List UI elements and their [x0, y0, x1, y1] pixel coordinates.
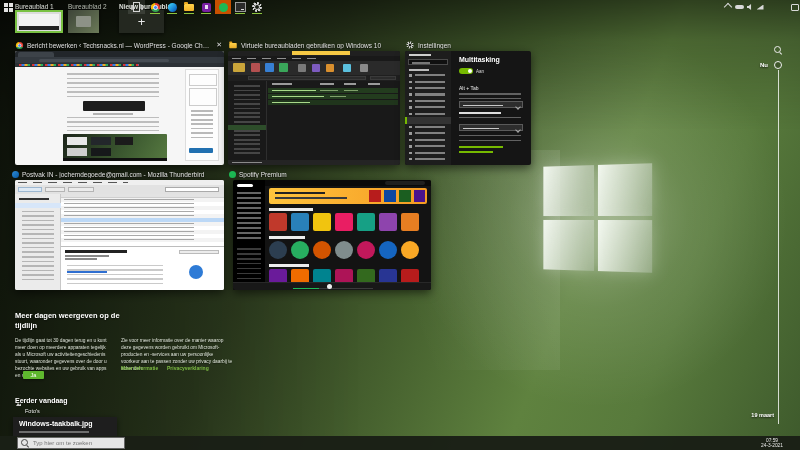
tray-expand-button[interactable]	[722, 0, 734, 14]
settings-dropdown[interactable]	[459, 101, 523, 108]
toggle-knob	[468, 69, 472, 73]
explorer-status-bar	[228, 160, 400, 165]
start-button[interactable]	[0, 0, 17, 14]
activity-card[interactable]: Windows-taakbalk.jpg	[13, 417, 117, 437]
album-tile[interactable]	[357, 213, 375, 231]
task-view-button[interactable]	[128, 0, 145, 14]
file-meta-bar	[330, 96, 346, 98]
album-tile[interactable]	[401, 241, 419, 259]
taskbar-spotify-button-flashing[interactable]	[215, 0, 231, 14]
notification-icon	[791, 4, 799, 11]
settings-window-title: Instellingen	[418, 42, 531, 49]
file-name-bar	[272, 90, 316, 92]
album-tile[interactable]	[269, 213, 287, 231]
ribbon-tabs-skeleton	[232, 58, 322, 60]
message-preview-pane	[61, 246, 224, 290]
album-tile[interactable]	[401, 213, 419, 231]
ribbon-icon	[298, 64, 306, 72]
album-tile[interactable]	[291, 213, 309, 231]
toggle-state-label: Aan	[476, 69, 484, 74]
cloud-icon	[735, 5, 744, 10]
sidebar-playlists-skeleton	[237, 248, 261, 282]
timeline-now-marker[interactable]	[774, 61, 782, 69]
action-center-button[interactable]	[789, 0, 800, 14]
photos-app-label: Foto's	[25, 408, 40, 414]
more-info-link[interactable]: Meer informatie	[121, 365, 158, 371]
thunderbird-icon	[12, 171, 19, 178]
message-meta-bar	[65, 258, 97, 260]
settings-window-thumbnail[interactable]: Multitasking Aan Alt + Tab	[405, 51, 531, 165]
spotify-window-thumbnail[interactable]	[233, 180, 431, 290]
album-tile[interactable]	[335, 213, 353, 231]
taskbar-clock[interactable]: 07:59 24-3-2021	[755, 438, 789, 450]
tray-network-button[interactable]	[755, 0, 765, 14]
desktop1-thumbnail[interactable]	[15, 10, 63, 33]
settings-window-titlebar[interactable]: Instellingen	[405, 40, 531, 50]
tray-volume-button[interactable]	[745, 0, 755, 14]
album-tile[interactable]	[269, 241, 287, 259]
taskbar-explorer-button[interactable]	[181, 0, 197, 14]
explorer-window-titlebar[interactable]: Virtuele bureaubladen gebruiken op Windo…	[228, 40, 400, 50]
task-view-screen: Bureaublad 1 Bureaublad 2 Nieuw bureaubl…	[0, 0, 800, 450]
explorer-window-thumbnail[interactable]	[228, 51, 400, 165]
taskbar-settings-button[interactable]	[249, 0, 265, 14]
album-tile[interactable]	[357, 241, 375, 259]
chrome-window-titlebar[interactable]: Bericht bewerken ‹ Techsnacks.nl — WordP…	[15, 40, 224, 50]
chrome-close-button[interactable]: ✕	[214, 41, 224, 49]
search-icon	[21, 439, 30, 448]
spotify-logo-bar	[237, 184, 253, 187]
embedded-thumb	[91, 148, 111, 156]
album-tile[interactable]	[379, 241, 397, 259]
message-subject-bar	[65, 250, 127, 253]
file-explorer-icon	[184, 4, 194, 11]
list-column-header	[344, 83, 356, 85]
section-title-bar	[269, 236, 305, 239]
album-tile[interactable]	[313, 213, 331, 231]
taskbar-terminal-button[interactable]	[232, 0, 248, 14]
thunderbird-window-titlebar[interactable]: Postvak IN - jochemdegoede@gmail.com - M…	[12, 169, 224, 179]
taskbar-search[interactable]	[17, 437, 125, 449]
toolbar-button	[18, 187, 42, 193]
embedded-thumb	[115, 137, 133, 145]
publish-button	[189, 148, 213, 153]
clock-date: 24-3-2021	[755, 443, 789, 449]
chrome-window-thumbnail[interactable]	[15, 51, 224, 165]
settings-toggle[interactable]	[459, 68, 473, 74]
taskbar-purple-app-button[interactable]	[198, 0, 214, 14]
taskbar-edge-button[interactable]	[164, 0, 180, 14]
album-tile[interactable]	[379, 213, 397, 231]
dropdown-value-bar	[463, 105, 503, 107]
settings-dropdown[interactable]	[459, 124, 523, 131]
toolbar-search-box	[165, 187, 219, 192]
chrome-window-title: Bericht bewerken ‹ Techsnacks.nl — WordP…	[27, 42, 211, 49]
explorer-tree-selected-row	[228, 125, 266, 130]
album-tile[interactable]	[313, 241, 331, 259]
search-input[interactable]	[33, 440, 121, 446]
sidebar-panel	[189, 88, 217, 106]
plus-icon: +	[138, 14, 146, 29]
timeline-scrubber-line[interactable]	[778, 70, 779, 424]
settings-active-item	[405, 117, 451, 124]
earlier-today-heading: Eerder vandaag	[15, 397, 68, 404]
spotify-icon	[219, 3, 228, 12]
tray-onedrive-button[interactable]	[734, 0, 745, 14]
thunderbird-window-thumbnail[interactable]	[15, 180, 224, 290]
spotify-window-titlebar[interactable]: Spotify Premium	[229, 169, 429, 179]
desktop2-thumbnail[interactable]	[68, 10, 99, 33]
embedded-taskbar	[63, 158, 167, 161]
activity-card-title: Windows-taakbalk.jpg	[19, 420, 92, 427]
album-tile[interactable]	[335, 241, 353, 259]
toolbar-button	[68, 187, 94, 193]
purple-app-icon	[202, 3, 211, 12]
settings-gear-icon	[407, 42, 414, 49]
taskbar-chrome-button[interactable]	[147, 0, 163, 14]
toolbar-button	[45, 187, 65, 193]
album-tile[interactable]	[291, 241, 309, 259]
timeline-search-icon[interactable]	[774, 46, 783, 55]
accept-button[interactable]: Ja	[23, 371, 44, 379]
privacy-statement-link[interactable]: Privacyverklaring	[167, 365, 209, 371]
explorer-search-bar	[370, 76, 396, 80]
task-view-icon	[133, 2, 140, 12]
activity-card-subtext-bar	[19, 431, 89, 433]
explorer-address-bar	[248, 76, 366, 80]
